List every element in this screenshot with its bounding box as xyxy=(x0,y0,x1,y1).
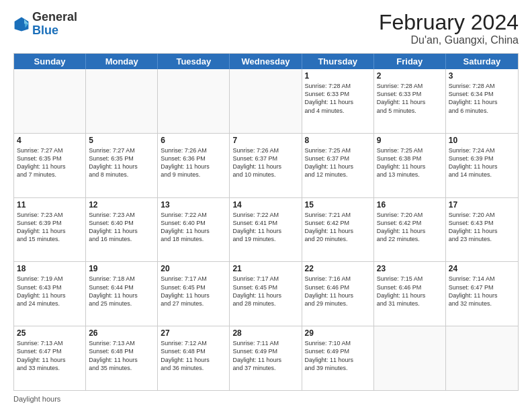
cell-text: Sunrise: 7:12 AM Sunset: 6:48 PM Dayligh… xyxy=(161,339,226,372)
calendar-row-2: 11Sunrise: 7:23 AM Sunset: 6:39 PM Dayli… xyxy=(14,197,518,262)
calendar-cell-day-7: 7Sunrise: 7:26 AM Sunset: 6:37 PM Daylig… xyxy=(230,134,302,197)
cell-text: Sunrise: 7:14 AM Sunset: 6:47 PM Dayligh… xyxy=(449,275,515,308)
day-number: 7 xyxy=(232,136,298,145)
calendar-cell-day-15: 15Sunrise: 7:21 AM Sunset: 6:42 PM Dayli… xyxy=(302,198,374,262)
cell-text: Sunrise: 7:17 AM Sunset: 6:45 PM Dayligh… xyxy=(232,275,298,308)
calendar-cell-day-27: 27Sunrise: 7:12 AM Sunset: 6:48 PM Dayli… xyxy=(158,326,230,390)
day-number: 4 xyxy=(17,136,83,145)
logo-text: General Blue xyxy=(32,11,77,38)
calendar-row-3: 18Sunrise: 7:19 AM Sunset: 6:43 PM Dayli… xyxy=(14,261,518,326)
calendar-cell-day-3: 3Sunrise: 7:28 AM Sunset: 6:34 PM Daylig… xyxy=(446,69,518,133)
calendar: SundayMondayTuesdayWednesdayThursdayFrid… xyxy=(13,53,519,391)
calendar-cell-day-10: 10Sunrise: 7:24 AM Sunset: 6:39 PM Dayli… xyxy=(446,134,518,197)
page: General Blue February 2024 Du'an, Guangx… xyxy=(0,0,532,411)
day-number: 18 xyxy=(17,264,83,273)
calendar-cell-day-17: 17Sunrise: 7:20 AM Sunset: 6:43 PM Dayli… xyxy=(446,198,518,262)
calendar-cell-day-21: 21Sunrise: 7:17 AM Sunset: 6:45 PM Dayli… xyxy=(230,262,302,326)
calendar-cell-day-22: 22Sunrise: 7:16 AM Sunset: 6:46 PM Dayli… xyxy=(302,262,374,326)
day-number: 29 xyxy=(305,328,371,338)
cell-text: Sunrise: 7:11 AM Sunset: 6:49 PM Dayligh… xyxy=(232,339,298,372)
calendar-cell-day-13: 13Sunrise: 7:22 AM Sunset: 6:40 PM Dayli… xyxy=(158,198,230,262)
cell-text: Sunrise: 7:28 AM Sunset: 6:33 PM Dayligh… xyxy=(377,82,443,115)
cell-text: Sunrise: 7:28 AM Sunset: 6:33 PM Dayligh… xyxy=(305,82,371,115)
day-number: 17 xyxy=(449,200,515,210)
logo: General Blue xyxy=(13,11,77,38)
footer: Daylight hours xyxy=(13,395,519,403)
day-number: 3 xyxy=(449,71,515,81)
day-number: 20 xyxy=(161,264,226,273)
calendar-cell-day-1: 1Sunrise: 7:28 AM Sunset: 6:33 PM Daylig… xyxy=(302,69,374,133)
cell-text: Sunrise: 7:20 AM Sunset: 6:42 PM Dayligh… xyxy=(377,211,443,244)
logo-icon xyxy=(13,16,30,32)
cell-text: Sunrise: 7:18 AM Sunset: 6:44 PM Dayligh… xyxy=(89,275,154,308)
cell-text: Sunrise: 7:25 AM Sunset: 6:37 PM Dayligh… xyxy=(305,146,371,179)
title-block: February 2024 Du'an, Guangxi, China xyxy=(379,11,519,46)
calendar-cell-empty xyxy=(158,69,230,133)
weekday-header-sunday: Sunday xyxy=(14,54,86,69)
calendar-cell-day-20: 20Sunrise: 7:17 AM Sunset: 6:45 PM Dayli… xyxy=(158,262,230,326)
calendar-cell-day-6: 6Sunrise: 7:26 AM Sunset: 6:36 PM Daylig… xyxy=(158,134,230,197)
day-number: 16 xyxy=(377,200,443,210)
day-number: 25 xyxy=(17,328,83,338)
calendar-cell-empty xyxy=(14,69,86,133)
weekday-header-tuesday: Tuesday xyxy=(158,54,230,69)
day-number: 8 xyxy=(305,136,371,145)
calendar-row-1: 4Sunrise: 7:27 AM Sunset: 6:35 PM Daylig… xyxy=(14,133,518,197)
calendar-cell-day-24: 24Sunrise: 7:14 AM Sunset: 6:47 PM Dayli… xyxy=(446,262,518,326)
day-number: 24 xyxy=(449,264,515,273)
calendar-cell-day-28: 28Sunrise: 7:11 AM Sunset: 6:49 PM Dayli… xyxy=(230,326,302,390)
cell-text: Sunrise: 7:20 AM Sunset: 6:43 PM Dayligh… xyxy=(449,211,515,244)
day-number: 5 xyxy=(89,136,154,145)
header: General Blue February 2024 Du'an, Guangx… xyxy=(13,11,519,46)
cell-text: Sunrise: 7:13 AM Sunset: 6:47 PM Dayligh… xyxy=(17,339,83,372)
cell-text: Sunrise: 7:17 AM Sunset: 6:45 PM Dayligh… xyxy=(161,275,226,308)
cell-text: Sunrise: 7:22 AM Sunset: 6:40 PM Dayligh… xyxy=(161,211,226,244)
cell-text: Sunrise: 7:24 AM Sunset: 6:39 PM Dayligh… xyxy=(449,146,515,179)
cell-text: Sunrise: 7:27 AM Sunset: 6:35 PM Dayligh… xyxy=(89,146,154,179)
calendar-cell-day-5: 5Sunrise: 7:27 AM Sunset: 6:35 PM Daylig… xyxy=(86,134,158,197)
day-number: 27 xyxy=(161,328,226,338)
day-number: 1 xyxy=(305,71,371,81)
day-number: 23 xyxy=(377,264,443,273)
calendar-cell-day-11: 11Sunrise: 7:23 AM Sunset: 6:39 PM Dayli… xyxy=(14,198,86,262)
day-number: 15 xyxy=(305,200,371,210)
day-number: 26 xyxy=(89,328,154,338)
cell-text: Sunrise: 7:22 AM Sunset: 6:41 PM Dayligh… xyxy=(232,211,298,244)
cell-text: Sunrise: 7:23 AM Sunset: 6:39 PM Dayligh… xyxy=(17,211,83,244)
cell-text: Sunrise: 7:28 AM Sunset: 6:34 PM Dayligh… xyxy=(449,82,515,115)
day-number: 2 xyxy=(377,71,443,81)
calendar-cell-day-29: 29Sunrise: 7:10 AM Sunset: 6:49 PM Dayli… xyxy=(302,326,374,390)
weekday-header-saturday: Saturday xyxy=(446,54,518,69)
day-number: 12 xyxy=(89,200,154,210)
cell-text: Sunrise: 7:19 AM Sunset: 6:43 PM Dayligh… xyxy=(17,275,83,308)
calendar-title: February 2024 xyxy=(379,11,519,34)
daylight-label: Daylight hours xyxy=(13,395,60,403)
weekday-header-friday: Friday xyxy=(374,54,446,69)
cell-text: Sunrise: 7:25 AM Sunset: 6:38 PM Dayligh… xyxy=(377,146,443,179)
calendar-cell-empty xyxy=(230,69,302,133)
calendar-cell-day-19: 19Sunrise: 7:18 AM Sunset: 6:44 PM Dayli… xyxy=(86,262,158,326)
cell-text: Sunrise: 7:21 AM Sunset: 6:42 PM Dayligh… xyxy=(305,211,371,244)
calendar-cell-day-23: 23Sunrise: 7:15 AM Sunset: 6:46 PM Dayli… xyxy=(374,262,446,326)
day-number: 13 xyxy=(161,200,226,210)
cell-text: Sunrise: 7:23 AM Sunset: 6:40 PM Dayligh… xyxy=(89,211,154,244)
day-number: 22 xyxy=(305,264,371,273)
calendar-subtitle: Du'an, Guangxi, China xyxy=(379,34,519,46)
calendar-cell-day-8: 8Sunrise: 7:25 AM Sunset: 6:37 PM Daylig… xyxy=(302,134,374,197)
calendar-body: 1Sunrise: 7:28 AM Sunset: 6:33 PM Daylig… xyxy=(14,69,518,390)
calendar-cell-day-2: 2Sunrise: 7:28 AM Sunset: 6:33 PM Daylig… xyxy=(374,69,446,133)
weekday-header-monday: Monday xyxy=(86,54,158,69)
calendar-cell-day-4: 4Sunrise: 7:27 AM Sunset: 6:35 PM Daylig… xyxy=(14,134,86,197)
calendar-cell-day-14: 14Sunrise: 7:22 AM Sunset: 6:41 PM Dayli… xyxy=(230,198,302,262)
day-number: 11 xyxy=(17,200,83,210)
day-number: 6 xyxy=(161,136,226,145)
calendar-header-row: SundayMondayTuesdayWednesdayThursdayFrid… xyxy=(14,54,518,69)
calendar-cell-day-26: 26Sunrise: 7:13 AM Sunset: 6:48 PM Dayli… xyxy=(86,326,158,390)
calendar-cell-empty xyxy=(86,69,158,133)
calendar-row-4: 25Sunrise: 7:13 AM Sunset: 6:47 PM Dayli… xyxy=(14,326,518,390)
cell-text: Sunrise: 7:27 AM Sunset: 6:35 PM Dayligh… xyxy=(17,146,83,179)
day-number: 28 xyxy=(232,328,298,338)
cell-text: Sunrise: 7:26 AM Sunset: 6:36 PM Dayligh… xyxy=(161,146,226,179)
weekday-header-wednesday: Wednesday xyxy=(230,54,302,69)
calendar-cell-day-18: 18Sunrise: 7:19 AM Sunset: 6:43 PM Dayli… xyxy=(14,262,86,326)
